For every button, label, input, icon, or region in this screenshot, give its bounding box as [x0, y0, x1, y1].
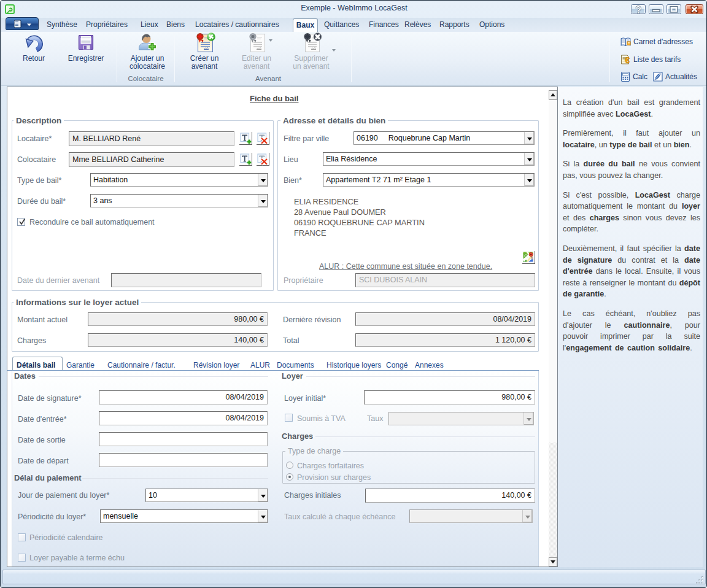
svg-text:€: € [625, 55, 630, 64]
